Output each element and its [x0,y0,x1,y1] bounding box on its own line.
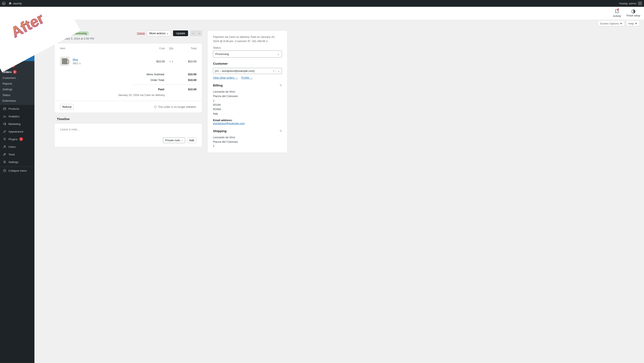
submenu-extensions[interactable]: Extensions [0,98,34,104]
sidebar-item-users[interactable]: Users [0,143,34,151]
megaphone-icon [2,122,7,126]
svg-rect-3 [4,108,6,110]
qty-prefix: × [169,60,171,63]
status-select[interactable]: Processing ⌄ [213,51,282,58]
finish-setup-button[interactable]: Finish setup [626,9,640,17]
clear-customer-icon[interactable]: × [272,69,276,73]
submenu-status[interactable]: Status [0,92,34,98]
payment-meta: Payment via Cash on delivery. Paid on Ja… [213,35,282,43]
screen-options-button[interactable]: Screen Options ▼ [598,21,625,26]
sidebar-item-analytics[interactable]: Analytics [0,113,34,120]
refund-button[interactable]: Refund [60,104,74,110]
paid-value: $10.00 [182,88,196,91]
items-header: Item Cost Qty Total [54,43,202,53]
billing-line: ROMA [213,107,282,112]
submenu-label: Extensions [2,99,16,102]
item-qty: × 1 [165,60,178,63]
edit-billing-icon[interactable]: ✎ [280,84,282,87]
wp-logo-icon[interactable] [2,2,6,5]
notification-dot-icon [618,9,619,10]
sidebar-item-settings[interactable]: Settings [0,158,34,161]
timeline-title: Timeline [57,117,202,121]
submenu-settings[interactable]: Settings [0,87,34,92]
wrench-icon [2,152,7,156]
top-panel: Activity Finish setup [34,7,644,20]
site-link[interactable]: dashify [8,2,22,5]
sliders-icon [2,160,7,161]
customer-select[interactable]: (#1 – wordpress@example.com) × ⌄ [213,68,282,74]
avatar-icon[interactable] [638,2,642,5]
product-name-link[interactable]: Mug [73,58,78,61]
item-row: Mug SKU: s $10.00 × 1 $10.00 [54,53,202,69]
billing-title: Billing [213,84,223,87]
help-button[interactable]: Help ▼ [626,21,640,26]
update-button[interactable]: Update [173,31,188,36]
sidebar-label: Marketing [8,122,20,126]
options-bar: Screen Options ▼ Help ▼ [34,20,644,26]
prev-order-icon[interactable]: ‹ [190,31,196,36]
next-order-icon[interactable]: › [196,31,202,36]
paid-meta: January 20, 2024 via Cash on delivery [60,94,165,97]
svg-point-5 [4,161,4,161]
mug-icon [62,58,68,64]
order-meta-card: Payment via Cash on delivery. Paid on Ja… [207,31,288,153]
chevron-down-icon: ⌄ [277,53,280,56]
product-thumbnail[interactable] [60,57,69,66]
sidebar-label: Products [8,107,19,110]
badge: 1 [19,137,23,141]
user-icon [2,145,7,149]
more-actions-label: More actions [150,32,166,35]
add-note-button[interactable]: Add [187,137,196,143]
timeline-card: Private note Add [54,123,202,147]
billing-line: 00184 [213,103,282,107]
order-timestamp: January 3, 2024 at 4:59 PM [60,37,202,40]
note-input[interactable] [54,124,202,135]
profile-link[interactable]: Profile → [241,76,252,79]
view-other-orders-link[interactable]: View other orders → [213,76,238,79]
delete-link[interactable]: Delete [137,32,145,35]
brush-icon [2,129,7,134]
sidebar-label: Users [8,145,16,148]
submenu-label: Settings [2,88,12,91]
site-name: dashify [13,2,22,5]
billing-line: Leonardo da Vinci [213,90,282,94]
chart-icon [2,114,7,118]
edit-shipping-icon[interactable]: ✎ [280,129,282,133]
sidebar-item-products[interactable]: Products [0,105,34,113]
sidebar-label: Settings [8,160,18,162]
note-type-select[interactable]: Private note [163,137,185,143]
totals-section: Items Subtotal: $10.00 Order Total: $10.… [54,69,202,101]
shipping-line: Leonardo da Vinci [213,135,282,140]
item-cost: $10.00 [146,60,165,63]
wp-admin-bar: dashify Howdy, admin [0,0,644,7]
sidebar-label: Plugins [8,138,18,141]
col-qty: Qty [165,47,178,50]
ribbon-text: After [8,10,47,41]
sidebar-label: Analytics [8,115,20,118]
submenu-customers[interactable]: Customers [0,75,34,81]
submenu-reports[interactable]: Reports [0,81,34,87]
greeting-text[interactable]: Howdy, admin [619,2,636,5]
help-label: Help [628,22,634,25]
sidebar-label: Appearance [8,130,23,133]
main-content: Activity Finish setup Screen Options ▼ H… [34,7,644,161]
activity-button[interactable]: Activity [613,9,621,18]
chevron-down-icon[interactable]: ⌄ [276,69,280,73]
paid-label: Paid: [127,88,165,91]
sidebar-item-plugins[interactable]: Plugins 1 [0,135,34,143]
col-cost: Cost [146,47,165,50]
email-link[interactable]: wordpress@example.com [213,122,245,125]
col-total: Total [178,47,196,50]
screen-options-label: Screen Options [600,22,619,25]
sidebar-item-appearance[interactable]: Appearance [0,128,34,135]
finish-setup-label: Finish setup [626,14,640,17]
submenu-label: Customers [2,76,16,80]
sidebar-item-tools[interactable]: Tools [0,151,34,158]
more-actions-button[interactable]: More actions ⌄ [147,31,171,36]
note-type-label: Private note [165,139,180,142]
qty-value: 1 [172,60,173,63]
activity-label: Activity [613,15,621,18]
sidebar-item-marketing[interactable]: Marketing [0,120,34,128]
shipping-line: Piazza del Colosseo [213,140,282,144]
badge: 3 [13,70,17,74]
